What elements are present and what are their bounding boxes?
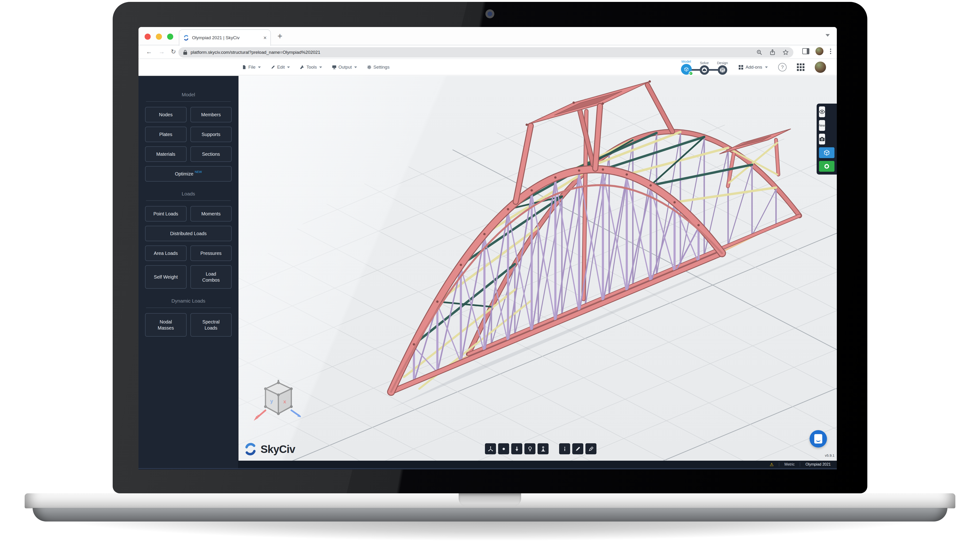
help-button[interactable]: ? — [778, 63, 787, 72]
sidebar-button-point-loads[interactable]: Point Loads — [145, 206, 187, 222]
browser-window: Olympiad 2021 | SkyCiv × + ← → ↻ platfor… — [138, 27, 837, 468]
back-button[interactable]: ← — [146, 48, 152, 56]
svg-text:y: y — [270, 398, 273, 404]
browser-menu-icon[interactable] — [829, 48, 832, 54]
maximize-window-button[interactable] — [167, 34, 173, 40]
axes-icon — [488, 446, 494, 452]
sidebar-button-nodes[interactable]: Nodes — [145, 107, 187, 122]
tab-title: Olympiad 2021 | SkyCiv — [192, 35, 261, 40]
forward-button[interactable]: → — [159, 48, 165, 56]
chat-support-button[interactable] — [810, 430, 827, 447]
reload-button[interactable]: ↻ — [171, 48, 176, 56]
chevron-down-icon — [354, 67, 357, 68]
skyciv-logo: SkyCiv — [243, 442, 295, 456]
lock-icon — [183, 50, 187, 55]
side-panel-icon[interactable] — [802, 48, 809, 54]
menu-file[interactable]: File — [242, 65, 261, 70]
node-icon — [501, 446, 507, 452]
display-toolbar — [485, 443, 597, 454]
member-display-button[interactable] — [819, 161, 834, 172]
sidebar-button-members[interactable]: Members — [190, 107, 232, 122]
sidebar-button-nodal-masses[interactable]: Nodal Masses — [145, 313, 187, 337]
sidebar-button-spectral-loads[interactable]: Spectral Loads — [190, 313, 232, 337]
zoom-icon[interactable] — [756, 49, 762, 56]
minimize-window-button[interactable] — [156, 34, 162, 40]
bulb-icon — [527, 446, 533, 452]
info-tool-button[interactable] — [559, 443, 570, 454]
sidebar-button-area-loads[interactable]: Area Loads — [145, 246, 187, 261]
menu-settings[interactable]: Settings — [367, 65, 390, 70]
check-icon: ✓ — [689, 71, 693, 76]
eye-icon — [819, 109, 825, 115]
bridge-3d-model — [239, 76, 837, 461]
views-button[interactable]: Views — [819, 120, 825, 131]
orientation-cube[interactable]: y x — [251, 379, 307, 427]
menu-label: File — [248, 65, 256, 70]
supports-toggle-button[interactable] — [538, 443, 549, 454]
address-bar[interactable]: platform.skyciv.com/structural?preload_n… — [178, 47, 793, 57]
view-toolbar: Views — [817, 104, 837, 174]
sidebar-button-load-combos[interactable]: Load Combos — [190, 265, 232, 289]
menu-label: Tools — [306, 65, 317, 70]
renderer-button[interactable] — [819, 147, 834, 158]
nodes-toggle-button[interactable] — [498, 443, 509, 454]
sidebar-button-materials[interactable]: Materials — [145, 146, 187, 162]
hints-toggle-button[interactable] — [524, 443, 535, 454]
share-icon[interactable] — [770, 49, 776, 56]
stepper-design[interactable]: Design — [717, 61, 728, 75]
screenshot-button[interactable] — [819, 134, 825, 144]
app-launcher-icon[interactable] — [797, 64, 804, 71]
project-name-label[interactable]: Olympiad 2021 — [805, 462, 831, 466]
section-title: Dynamic Loads — [145, 298, 232, 304]
loads-toggle-button[interactable] — [511, 443, 522, 454]
browser-tab[interactable]: Olympiad 2021 | SkyCiv × — [179, 29, 271, 46]
laptop-base — [25, 493, 955, 508]
browser-profile-avatar[interactable] — [815, 47, 823, 55]
user-avatar[interactable] — [815, 62, 826, 73]
sidebar-button-optimize[interactable]: OptimizeNEW — [145, 166, 232, 182]
menu-tools[interactable]: Tools — [300, 65, 322, 70]
ring-icon — [824, 163, 830, 169]
pencil-icon — [575, 446, 581, 452]
cube-icon — [824, 150, 830, 156]
menu-label: Edit — [277, 65, 285, 70]
laptop-notch — [459, 493, 521, 506]
gear-icon — [367, 65, 372, 70]
close-window-button[interactable] — [145, 34, 151, 40]
sidebar-button-pressures[interactable]: Pressures — [190, 246, 232, 261]
stepper-solve[interactable]: Solve — [700, 61, 709, 75]
visibility-button[interactable] — [819, 107, 825, 117]
tab-close-icon[interactable]: × — [263, 35, 267, 41]
viewport-3d[interactable]: Views y x — [239, 76, 837, 461]
sidebar-button-plates[interactable]: Plates — [145, 127, 187, 142]
camera-icon — [819, 136, 825, 142]
sidebar-button-moments[interactable]: Moments — [190, 206, 232, 222]
bookmark-star-icon[interactable] — [783, 49, 789, 56]
chevron-down-icon — [319, 67, 322, 68]
menu-output[interactable]: Output — [332, 65, 357, 70]
app-menubar: File Edit Tools Output Settings Model ✓S… — [138, 59, 837, 75]
status-bar: ⚠ Metric Olympiad 2021 — [239, 461, 837, 468]
units-label[interactable]: Metric — [784, 462, 795, 466]
sidebar-button-sections[interactable]: Sections — [190, 146, 232, 162]
addons-label: Add-ons — [746, 65, 762, 70]
sidebar-button-supports[interactable]: Supports — [190, 127, 232, 142]
divider — [146, 308, 231, 308]
skyciv-favicon — [183, 35, 189, 41]
warning-icon[interactable]: ⚠ — [770, 462, 774, 467]
section-title: Model — [145, 92, 232, 97]
new-tab-button[interactable]: + — [277, 31, 282, 41]
edit-tool-button[interactable] — [572, 443, 583, 454]
support-icon — [540, 446, 546, 452]
stepper-model[interactable]: Model ✓ — [681, 59, 692, 75]
pencil-icon — [270, 65, 275, 70]
menu-edit[interactable]: Edit — [270, 65, 290, 70]
addons-menu[interactable]: Add-ons — [739, 65, 768, 70]
axes-toggle-button[interactable] — [485, 443, 496, 454]
sidebar-button-self-weight[interactable]: Self Weight — [145, 265, 187, 289]
chevron-down-icon[interactable] — [826, 34, 830, 37]
new-badge: NEW — [195, 170, 202, 174]
sidebar-button-distributed-loads[interactable]: Distributed Loads — [145, 226, 232, 241]
chevron-down-icon — [258, 67, 261, 68]
annotate-tool-button[interactable] — [585, 443, 597, 454]
